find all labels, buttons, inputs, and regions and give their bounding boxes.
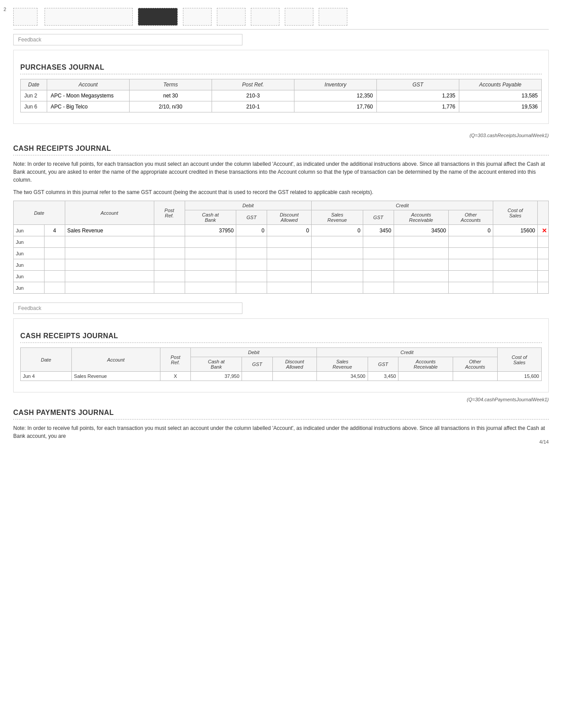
cell-account[interactable] [47,90,130,101]
accts-rec-input[interactable] [396,273,446,280]
post-ref-input[interactable] [156,250,182,257]
cell-account[interactable] [65,248,154,259]
day-input[interactable] [47,262,63,268]
discount-input[interactable] [269,228,309,234]
accts-rec-input[interactable] [396,285,446,291]
cell-sales-rev[interactable] [312,282,363,294]
cell-post-ref[interactable] [154,236,185,248]
cell-account[interactable] [47,101,130,112]
cell-terms[interactable] [130,90,212,101]
cell-sales-rev[interactable] [312,259,363,271]
post-ref-input[interactable] [156,228,182,234]
discount-input[interactable] [269,285,309,291]
post-ref-input[interactable] [216,104,290,110]
cell-other-accts[interactable] [448,259,493,271]
cost-sales-input[interactable] [495,239,535,245]
cell-post-ref[interactable] [212,90,294,101]
cell-debit-gst[interactable] [236,248,267,259]
other-accts-input[interactable] [451,273,491,280]
account-input[interactable] [67,239,152,245]
gst-input[interactable] [380,104,455,110]
debit-gst-input[interactable] [238,239,264,245]
cell-post-ref[interactable] [154,259,185,271]
cell-cash-bank[interactable] [185,259,236,271]
cell-inventory[interactable] [294,101,377,112]
other-accts-input[interactable] [451,239,491,245]
cell-cash-bank[interactable] [185,236,236,248]
cost-sales-input[interactable] [495,250,535,257]
cell-account[interactable] [65,225,154,236]
cell-accts-rec[interactable] [394,282,448,294]
cell-credit-gst[interactable] [363,282,394,294]
toolbar-box-2[interactable] [45,8,133,26]
cell-day[interactable] [44,236,65,248]
sales-rev-input[interactable] [314,262,361,268]
cell-day[interactable] [44,271,65,282]
cell-other-accts[interactable] [448,248,493,259]
cell-other-accts[interactable] [448,236,493,248]
day-input[interactable] [47,285,63,291]
account-input[interactable] [67,228,152,234]
cell-post-ref[interactable] [154,248,185,259]
other-accts-input[interactable] [451,250,491,257]
cell-debit-gst[interactable] [236,271,267,282]
credit-gst-input[interactable] [365,239,391,245]
sales-rev-input[interactable] [314,250,361,257]
cell-account[interactable] [65,259,154,271]
cell-post-ref[interactable] [154,271,185,282]
discount-input[interactable] [269,273,309,280]
day-input[interactable] [47,250,63,257]
sales-rev-input[interactable] [314,228,361,234]
terms-input[interactable] [133,104,208,110]
cell-debit-gst[interactable] [236,225,267,236]
day-input[interactable] [47,239,63,245]
cell-cost-sales[interactable] [493,259,538,271]
accounts-payable-input[interactable] [463,104,538,110]
feedback-bar-1[interactable]: Feedback [13,34,242,45]
delete-button[interactable]: ✕ [540,227,549,234]
cell-credit-gst[interactable] [363,225,394,236]
cell-discount[interactable] [267,271,312,282]
cell-accts-rec[interactable] [394,236,448,248]
account-input[interactable] [67,262,152,268]
debit-gst-input[interactable] [238,262,264,268]
toolbar-box-4[interactable] [183,8,212,26]
cell-accts-rec[interactable] [394,248,448,259]
cell-sales-rev[interactable] [312,271,363,282]
debit-gst-input[interactable] [238,285,264,291]
post-ref-input[interactable] [156,262,182,268]
cell-account[interactable] [65,236,154,248]
cash-bank-input[interactable] [187,239,234,245]
cash-bank-input[interactable] [187,273,234,280]
cost-sales-input[interactable] [495,228,535,234]
other-accts-input[interactable] [451,228,491,234]
accts-rec-input[interactable] [396,250,446,257]
other-accts-input[interactable] [451,285,491,291]
cell-account[interactable] [65,271,154,282]
toolbar-box-6[interactable] [251,8,279,26]
cell-discount[interactable] [267,225,312,236]
cell-day[interactable] [44,259,65,271]
sales-rev-input[interactable] [314,285,361,291]
inventory-input[interactable] [298,104,373,110]
terms-input[interactable] [133,93,208,99]
cell-other-accts[interactable] [448,225,493,236]
accts-rec-input[interactable] [396,262,446,268]
accounts-payable-input[interactable] [463,93,538,99]
cell-discount[interactable] [267,248,312,259]
cell-cost-sales[interactable] [493,236,538,248]
cell-accts-rec[interactable] [394,225,448,236]
cost-sales-input[interactable] [495,285,535,291]
cell-credit-gst[interactable] [363,271,394,282]
cell-credit-gst[interactable] [363,259,394,271]
cell-gst[interactable] [377,90,459,101]
cash-bank-input[interactable] [187,228,234,234]
account-input[interactable] [67,285,152,291]
cell-credit-gst[interactable] [363,236,394,248]
cell-cost-sales[interactable] [493,225,538,236]
cell-cash-bank[interactable] [185,248,236,259]
sales-rev-input[interactable] [314,239,361,245]
cell-cost-sales[interactable] [493,248,538,259]
post-ref-input[interactable] [156,285,182,291]
debit-gst-input[interactable] [238,250,264,257]
